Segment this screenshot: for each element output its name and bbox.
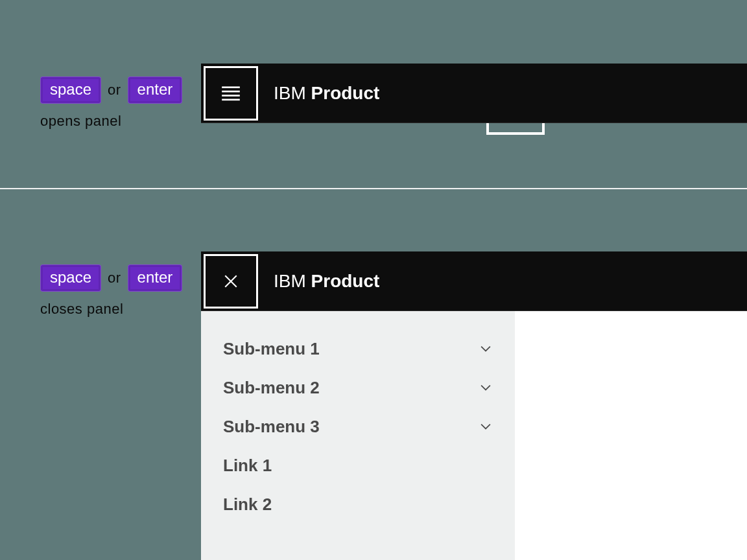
or-text: or	[108, 270, 121, 286]
brand-name: Product	[311, 83, 380, 103]
svg-rect-0	[222, 86, 240, 88]
keys-row: space or enter	[40, 264, 182, 292]
sidenav-submenu-2[interactable]: Sub-menu 2	[201, 368, 515, 407]
side-nav-panel: Sub-menu 1 Sub-menu 2 Sub-menu 3 Link 1 …	[201, 311, 515, 560]
brand-name: Product	[311, 271, 380, 291]
brand-prefix: IBM	[274, 271, 306, 291]
ui-shell-open: IBM Product Sub-menu 1 Sub-menu 2 Sub-me…	[201, 251, 747, 560]
sidenav-item-label: Link 2	[223, 495, 272, 515]
svg-rect-1	[222, 90, 240, 92]
keys-row: space or enter	[40, 76, 182, 104]
legend-caption-open: opens panel	[40, 113, 182, 130]
legend-caption-close: closes panel	[40, 301, 182, 318]
sidenav-link-1[interactable]: Link 1	[201, 446, 515, 485]
ui-shell-closed: IBM Product	[201, 64, 747, 123]
sidenav-submenu-1[interactable]: Sub-menu 1	[201, 329, 515, 368]
content-area	[515, 311, 747, 560]
hamburger-button[interactable]	[204, 66, 258, 121]
key-legend-open: space or enter opens panel	[40, 76, 182, 130]
brand-prefix: IBM	[274, 83, 306, 103]
close-menu-button[interactable]	[204, 254, 258, 309]
key-space: space	[40, 76, 101, 104]
svg-rect-3	[222, 99, 240, 100]
sidenav-item-label: Sub-menu 3	[223, 417, 320, 437]
sidenav-submenu-3[interactable]: Sub-menu 3	[201, 407, 515, 446]
key-enter: enter	[128, 76, 183, 104]
key-enter: enter	[128, 264, 183, 292]
example-divider	[0, 188, 747, 189]
close-icon	[222, 272, 240, 290]
header-bar: IBM Product	[201, 64, 747, 123]
chevron-down-icon	[479, 380, 493, 395]
or-text: or	[108, 82, 121, 99]
chevron-down-icon	[479, 342, 493, 356]
sidenav-item-label: Sub-menu 1	[223, 339, 320, 359]
svg-rect-2	[222, 95, 240, 97]
sidenav-item-label: Sub-menu 2	[223, 378, 320, 398]
key-legend-close: space or enter closes panel	[40, 264, 182, 318]
sidenav-link-2[interactable]: Link 2	[201, 485, 515, 524]
focus-indicator	[486, 123, 545, 135]
chevron-down-icon	[479, 419, 493, 434]
product-name: IBM Product	[274, 271, 379, 292]
product-name: IBM Product	[274, 83, 379, 104]
sidenav-item-label: Link 1	[223, 456, 272, 476]
header-bar: IBM Product	[201, 251, 747, 311]
key-space: space	[40, 264, 101, 292]
hamburger-icon	[220, 82, 242, 104]
